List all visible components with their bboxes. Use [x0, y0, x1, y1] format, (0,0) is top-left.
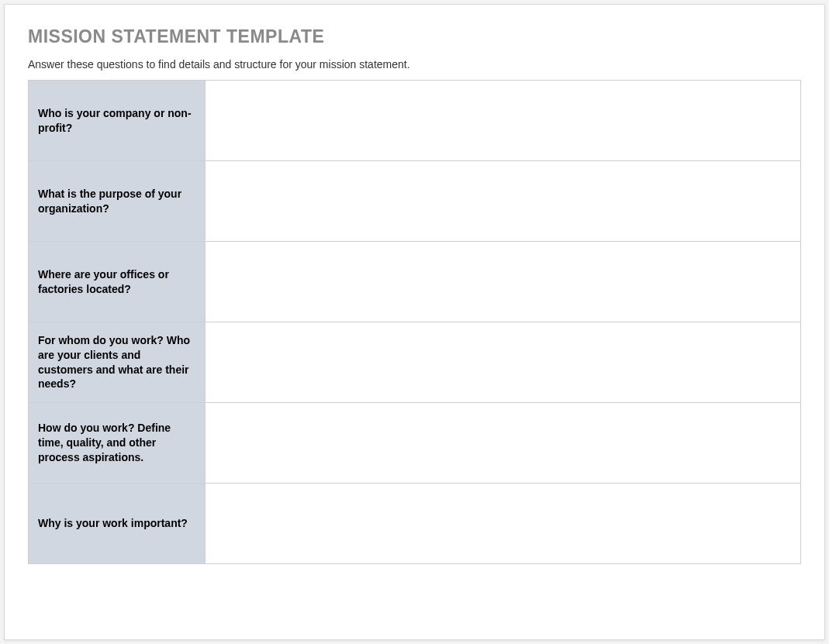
table-row: What is the purpose of your organization… — [29, 161, 801, 242]
answer-cell[interactable] — [206, 161, 801, 242]
question-cell: Who is your company or non-profit? — [29, 81, 206, 161]
page-subtitle: Answer these questions to find details a… — [28, 58, 801, 71]
question-cell: For whom do you work? Who are your clien… — [29, 322, 206, 403]
question-cell: Where are your offices or factories loca… — [29, 242, 206, 322]
answer-cell[interactable] — [206, 322, 801, 403]
answer-cell[interactable] — [206, 484, 801, 564]
table-row: Who is your company or non-profit? — [29, 81, 801, 161]
document-page: MISSION STATEMENT TEMPLATE Answer these … — [4, 4, 825, 640]
table-row: For whom do you work? Who are your clien… — [29, 322, 801, 403]
answer-cell[interactable] — [206, 81, 801, 161]
answer-cell[interactable] — [206, 403, 801, 484]
answer-cell[interactable] — [206, 242, 801, 322]
question-cell: Why is your work important? — [29, 484, 206, 564]
question-table: Who is your company or non-profit? What … — [28, 80, 801, 564]
table-row: Where are your offices or factories loca… — [29, 242, 801, 322]
question-cell: How do you work? Define time, quality, a… — [29, 403, 206, 484]
page-title: MISSION STATEMENT TEMPLATE — [28, 26, 801, 47]
table-row: Why is your work important? — [29, 484, 801, 564]
question-cell: What is the purpose of your organization… — [29, 161, 206, 242]
table-row: How do you work? Define time, quality, a… — [29, 403, 801, 484]
